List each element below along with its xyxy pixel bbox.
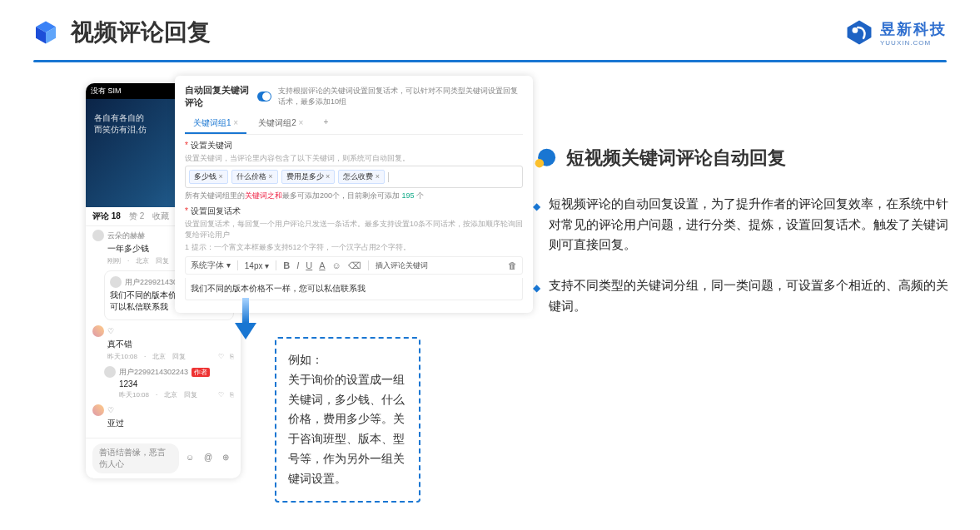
chip[interactable]: 怎么收费 (338, 170, 385, 184)
rich-text-toolbar: 系统字体 ▾ 14px ▾ B I U A ☺ ⌫ 插入评论关键词 🗑 (185, 256, 523, 275)
emoji-icon[interactable]: ☺ (332, 260, 341, 270)
tab-comments[interactable]: 评论 18 (92, 211, 121, 222)
tab-add[interactable]: + (315, 114, 336, 134)
list-item: 用户2299214302243 作者 1234 昨天10:08 · 北京 回复♡… (92, 366, 234, 399)
tab-likes[interactable]: 赞 2 (129, 211, 144, 222)
status-sim: 没有 SIM (91, 86, 122, 97)
chip[interactable]: 什么价格 (231, 170, 278, 184)
tab-group-2[interactable]: 关键词组2 × (250, 114, 311, 134)
keyword-hint: 所有关键词组里的关键词之和最多可添加200个，目前剩余可添加 195 个 (185, 191, 523, 201)
emoji-icon[interactable]: ☺ (186, 453, 197, 464)
example-body: 关于询价的设置成一组关键词，多少钱、什么价格，费用多少等。关于咨询班型、版本、型… (288, 370, 407, 489)
panel-subtitle: 支持根据评论的关键词设置回复话术，可以针对不同类型关键词设置回复话术，最多添加1… (278, 86, 523, 107)
reply-section-sub: 设置回复话术，每回复一个用户评论只发送一条话术。最多支持设置10条不同话术，按添… (185, 219, 523, 240)
insert-keyword-button[interactable]: 插入评论关键词 (376, 260, 428, 271)
config-panel: 自动回复关键词评论 支持根据评论的关键词设置回复话术，可以针对不同类型关键词设置… (175, 76, 533, 313)
at-icon[interactable]: @ (204, 453, 216, 464)
bold-icon[interactable]: B (283, 260, 290, 270)
keyword-section-label: 设置关键词 (185, 140, 523, 151)
page-title: 视频评论回复 (71, 17, 211, 48)
chip[interactable]: 费用是多少 (281, 170, 336, 184)
gift-icon[interactable]: ⊕ (222, 453, 234, 464)
svg-rect-5 (242, 298, 249, 323)
list-item: ♡ 真不错 昨天10:08 · 北京 回复♡ ⎘ (92, 325, 234, 361)
section-title: 短视频关键词评论自动回复 (566, 146, 786, 171)
cube-icon (33, 20, 58, 45)
feature-bullet: ◆ 短视频评论的自动回复设置，为了提升作者的评论回复效率，在系统中针对常见的评论… (533, 194, 949, 255)
reply-tip: 1 提示：一个富文本框最多支持512个字符，一个汉字占用2个字符。 (185, 242, 523, 253)
example-lead: 例如： (288, 350, 407, 370)
chip[interactable]: 多少钱 (189, 170, 228, 184)
keyword-section-sub: 设置关键词，当评论里内容包含了以下关键词，则系统可自动回复。 (185, 153, 523, 164)
font-select[interactable]: 系统字体 ▾ (191, 260, 231, 271)
size-select[interactable]: 14px ▾ (245, 261, 269, 270)
list-item: ♡ 亚过 (92, 404, 234, 431)
comment-input[interactable]: 善语结善缘，恶言伤人心 (92, 443, 179, 473)
keyword-chipbox[interactable]: 多少钱 什么价格 费用是多少 怎么收费 (185, 166, 523, 188)
arrow-icon (233, 298, 258, 341)
brand-logo: 昱新科技 YUUXIN.COM (845, 18, 947, 47)
feature-bullet: ◆ 支持不同类型的关键词分组，同一类问题，可设置多个相近的、高频的关键词。 (533, 275, 949, 316)
diamond-icon: ◆ (533, 198, 540, 255)
panel-title: 自动回复关键词评论 (185, 84, 251, 109)
reply-section-label: 设置回复话术 (185, 206, 523, 217)
italic-icon[interactable]: I (296, 260, 299, 270)
color-icon[interactable]: A (319, 260, 325, 270)
enable-toggle[interactable] (257, 92, 271, 102)
reply-editor[interactable]: 我们不同的版本价格不一样，您可以私信联系我 (185, 278, 523, 300)
clear-icon[interactable]: ⌫ (348, 260, 361, 271)
svg-marker-3 (848, 21, 872, 45)
tab-favs[interactable]: 收藏 (152, 211, 169, 222)
svg-point-8 (535, 159, 545, 168)
svg-marker-6 (235, 323, 256, 339)
example-box: 例如： 关于询价的设置成一组关键词，多少钱、什么价格，费用多少等。关于咨询班型、… (275, 337, 420, 503)
diamond-icon: ◆ (533, 280, 540, 316)
tab-group-1[interactable]: 关键词组1 × (185, 114, 246, 134)
delete-icon[interactable]: 🗑 (508, 260, 517, 270)
underline-icon[interactable]: U (306, 260, 312, 270)
section-icon (533, 146, 556, 170)
svg-point-4 (853, 27, 858, 33)
